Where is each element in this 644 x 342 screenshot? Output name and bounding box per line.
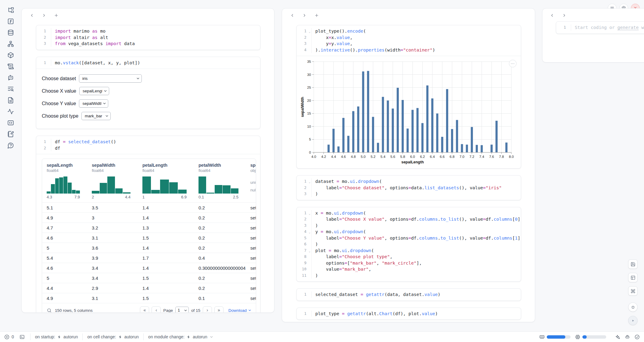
table-cell: 4.9 [42,296,87,301]
code-editor[interactable]: 1⌄plot_type().encode(2 x=x.value,3 y=y.v… [297,25,521,56]
column-dtype: object [250,168,256,173]
function-square-icon[interactable] [7,18,14,25]
line-number: 1 [36,28,51,34]
copilot-button[interactable] [625,334,630,340]
fold-chevron-icon[interactable]: ⌄ [309,29,310,35]
choose-x-value-select[interactable]: sepalLength [79,87,109,95]
choose-dataset-select[interactable]: iris [79,74,142,83]
table-row[interactable]: 4.63.41.40.30000000000000004setosa [42,263,256,273]
run-all-button[interactable] [628,316,638,325]
search-icon[interactable] [47,308,52,313]
code-editor[interactable]: 1⌄dataset = mo.ui.dropdown(2 label="Choo… [297,176,521,200]
code-editor[interactable]: 1⌄x = mo.ui.dropdown(2 label="Choose X v… [297,207,521,282]
workflow-icon[interactable] [7,41,14,47]
chart-actions-button[interactable]: ⋯ [509,60,517,67]
svg-text:4.2: 4.2 [321,155,326,159]
column-name[interactable]: sepalWidth [92,163,138,168]
control-label: Choose X value [42,88,76,94]
list-search-icon[interactable] [7,86,14,92]
file-tree-icon[interactable] [7,7,14,13]
collapse-left-icon[interactable] [289,12,295,19]
table-cell: 1.5 [138,235,194,240]
package-icon[interactable] [7,52,14,59]
control-row: Choose datasetiris [42,74,255,83]
control-label: Choose plot type [42,113,78,119]
table-row[interactable]: 4.931.40.2setosa [42,212,256,223]
scroll-text-icon[interactable] [7,63,14,70]
notebook-pen-icon[interactable] [7,131,14,137]
collapse-right-icon[interactable] [301,12,308,19]
first-page-button[interactable]: « [140,306,149,313]
altair-chart[interactable]: 4.04.24.44.64.85.05.25.45.65.86.06.26.46… [297,56,521,168]
on-module-change-config[interactable]: on module change: autorun [148,334,213,339]
table-row[interactable]: 4.63.11.50.2setosa [42,233,256,243]
code-line: df = selected_dataset() [51,139,260,145]
code-editor[interactable]: 1plot_type = getattr(alt.Chart(df), plot… [297,308,521,320]
choose-plot-type-select[interactable]: mark_bar [81,112,111,120]
code-line: plot_type = getattr(alt.Chart(df), plot.… [311,311,521,317]
add-cell-icon[interactable] [53,12,59,19]
ai-assist-button[interactable] [615,334,620,340]
table-row[interactable]: 5.43.91.70.4setosa [42,253,256,263]
page-select[interactable]: 1 [175,307,189,313]
line-number: 1 [297,311,311,317]
code-editor[interactable]: 1mo.vstack([dataset, x, y, plot]) [36,57,260,69]
file-text-icon[interactable] [7,97,14,104]
download-button[interactable]: Download [228,308,252,313]
add-cell-icon[interactable] [313,12,320,19]
code-editor[interactable]: 1import marimo as mo2import altair as al… [36,25,260,50]
bar-chart-svg[interactable]: 4.04.24.44.64.85.05.25.45.65.86.06.26.46… [300,59,515,166]
collapse-right-icon[interactable] [561,12,567,19]
on-cell-change-config[interactable]: on cell change: autorun [87,334,139,339]
collapse-left-icon[interactable] [549,12,555,19]
column-name[interactable]: species [250,163,256,168]
table-row[interactable]: 5.13.51.40.2setosa [42,202,256,212]
notebook-column-2: 1⌄plot_type().encode(2 x=x.value,3 y=y.v… [282,8,535,322]
errors-indicator[interactable]: 0 [4,334,14,340]
column-name[interactable]: petalLength [142,163,194,168]
line-number: 1 [297,291,311,298]
last-page-button[interactable]: » [214,306,224,313]
terminal-button[interactable] [20,334,25,340]
database-icon[interactable] [7,29,14,36]
fold-chevron-icon[interactable]: ⌄ [309,211,310,217]
cell-xy-dropdowns: 1⌄x = mo.ui.dropdown(2 label="Choose X v… [296,207,521,282]
connection-status-button[interactable] [635,334,640,340]
code-editor[interactable]: 1selected_dataset = getattr(data, datase… [297,289,521,301]
save-button[interactable] [628,259,638,269]
code-editor[interactable]: 1 Start coding or generate with AI [556,22,644,34]
layout-toggle-button[interactable] [628,273,638,282]
table-row[interactable]: 4.42.91.40.2setosa [42,283,256,293]
code-line: ) [311,191,521,197]
fold-chevron-icon[interactable]: ⌄ [309,248,310,255]
bot-message-icon[interactable] [7,74,14,81]
fold-chevron-icon[interactable]: ⌄ [309,179,310,185]
code-line: ) [311,241,521,248]
on-startup-config[interactable]: on startup: autorun [35,334,78,339]
collapse-left-icon[interactable] [28,12,35,19]
generate-link[interactable]: generate [617,25,639,30]
table-row[interactable]: 4.73.21.30.2setosa [42,223,256,233]
column-name[interactable]: petalWidth [199,163,246,168]
interrupt-button[interactable] [628,302,638,312]
prev-page-button[interactable]: ‹ [152,306,161,313]
svg-text:0: 0 [309,151,311,154]
next-page-button[interactable]: › [203,306,212,313]
code-snippet-icon[interactable] [7,119,14,126]
keyboard-shortcuts-button[interactable] [628,286,638,296]
column-name[interactable]: sepalLength [47,163,87,168]
choose-y-value-select[interactable]: sepalWidth [79,99,108,108]
collapse-right-icon[interactable] [41,12,47,19]
fold-chevron-icon[interactable]: ⌄ [309,229,310,236]
svg-text:sepalLength: sepalLength [401,160,424,164]
table-row[interactable]: 4.93.11.50.1setosa [42,293,256,303]
cell-output: Choose datasetirisChoose X valuesepalLen… [36,69,260,129]
table-cell: setosa [246,235,256,240]
table-row[interactable]: 53.61.40.2setosa [42,243,256,253]
code-editor[interactable]: 1df = selected_dataset()2df [36,136,260,154]
line-number: 1⌄ [297,210,311,216]
table-cell: 4.6 [42,265,87,271]
table-row[interactable]: 53.41.50.2setosa [42,273,256,283]
activity-icon[interactable] [7,108,14,115]
help-bubble-icon[interactable] [7,142,14,149]
